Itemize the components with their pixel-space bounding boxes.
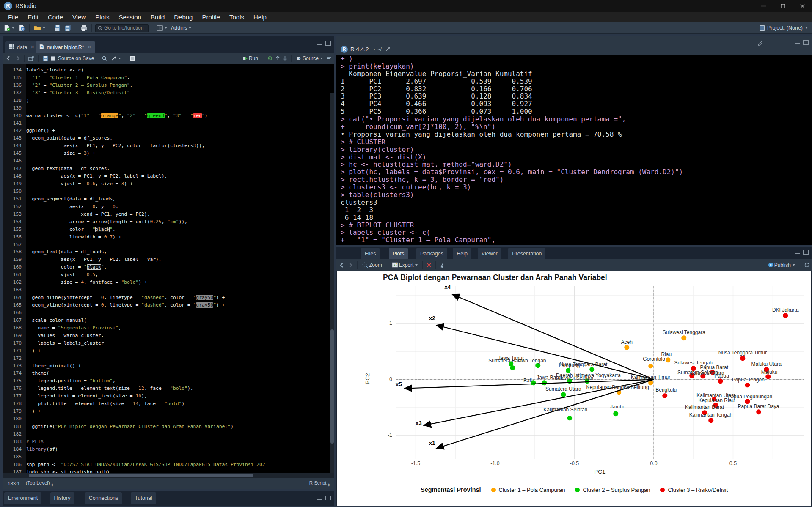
close-tab-icon[interactable]: ✕ — [30, 44, 34, 50]
previous-plot-icon[interactable] — [339, 263, 345, 268]
editor-horizontal-scrollbar[interactable] — [3, 473, 334, 478]
tab-viewer[interactable]: Viewer — [478, 248, 501, 259]
menu-item-session[interactable]: Session — [114, 12, 146, 22]
next-plot-icon[interactable] — [347, 263, 353, 268]
y-axis-title: PC2 — [364, 373, 371, 384]
refresh-plot-icon[interactable] — [804, 262, 809, 268]
working-directory[interactable]: · ~/ — [374, 46, 382, 52]
code-tools-button[interactable] — [110, 55, 122, 62]
editor-tab-mulvar-biplot-r-[interactable]: Rmulvar biplot.R*✕ — [36, 41, 95, 53]
go-to-file-search-input[interactable]: Go to file/function — [95, 24, 149, 32]
forward-icon[interactable] — [14, 56, 20, 61]
scope-selector[interactable]: (Top Level)▲▼ — [26, 480, 53, 487]
print-button[interactable] — [80, 25, 88, 32]
source-on-save-checkbox[interactable] — [51, 56, 55, 61]
minimize-pane-icon[interactable] — [317, 41, 322, 45]
project-selector[interactable]: Project: (None) — [759, 22, 808, 33]
maximize-pane-icon[interactable] — [803, 250, 809, 255]
tab-tutorial[interactable]: Tutorial — [131, 492, 156, 504]
menu-item-build[interactable]: Build — [146, 12, 169, 22]
tab-connections[interactable]: Connections — [85, 492, 122, 504]
code-line: 140warna_cluster <- c("1" = "orange", "2… — [3, 112, 265, 120]
source-button[interactable]: Source — [295, 55, 324, 62]
publish-button[interactable]: Publish — [767, 262, 796, 269]
console-line: > table(clusters3) — [341, 191, 812, 199]
tab-plots[interactable]: Plots — [389, 248, 408, 259]
document-outline-icon[interactable] — [326, 56, 332, 61]
search-icon[interactable] — [102, 56, 107, 61]
maximize-pane-icon[interactable] — [325, 496, 331, 500]
project-icon — [759, 25, 765, 31]
back-icon[interactable] — [6, 56, 12, 61]
plot-point-label: Sulawesi Tenggara — [663, 329, 705, 335]
menu-item-code[interactable]: Code — [43, 12, 68, 22]
menu-item-file[interactable]: File — [3, 12, 23, 22]
code-line-text: theme_minimal() + — [26, 362, 81, 370]
new-project-button[interactable]: R — [17, 24, 26, 32]
r-version-icon: R — [341, 46, 348, 53]
open-file-button[interactable] — [33, 25, 46, 32]
code-editor[interactable]: 133# BIPLOT CLUSTER134labels_cluster <- … — [3, 64, 334, 478]
code-line: 172 — [3, 355, 265, 362]
zoom-plot-button[interactable]: Zoom — [361, 262, 383, 269]
menu-item-view[interactable]: View — [68, 12, 91, 22]
new-file-button[interactable] — [3, 24, 15, 32]
minimize-window-button[interactable] — [754, 0, 773, 12]
file-type-selector[interactable]: R Script▲▼ — [309, 480, 330, 487]
console-line: > # BIPLOT CLUSTER — [341, 222, 812, 229]
menu-item-plots[interactable]: Plots — [91, 12, 114, 22]
plots-toolbar: Zoom Export Publish — [336, 259, 812, 271]
code-line-text: labels_cluster <- c( — [26, 66, 84, 74]
menu-item-edit[interactable]: Edit — [23, 12, 43, 22]
menu-item-debug[interactable]: Debug — [169, 12, 197, 22]
rerun-icon[interactable] — [267, 56, 273, 61]
chevron-down-icon — [805, 27, 808, 29]
down-arrow-icon[interactable] — [283, 56, 287, 61]
workspace-panes-button[interactable] — [156, 25, 168, 31]
run-button[interactable]: Run — [242, 55, 259, 62]
open-in-new-window-icon[interactable] — [28, 56, 34, 61]
console-output[interactable]: + )> print(kelayakan) Komponen Eigenvalu… — [336, 55, 812, 245]
maximize-window-button[interactable] — [773, 0, 793, 12]
code-line-text: # PETA — [26, 438, 44, 446]
tab-presentation[interactable]: Presentation — [508, 248, 545, 259]
code-line: 142ggplot() + — [3, 127, 265, 134]
line-number: 144 — [3, 142, 26, 150]
save-icon[interactable] — [42, 55, 48, 61]
minimize-pane-icon[interactable] — [795, 250, 800, 254]
code-line: 151 geom_segment(data = df_loads, — [3, 195, 265, 203]
minimize-pane-icon[interactable] — [795, 40, 800, 44]
menu-item-tools[interactable]: Tools — [225, 12, 249, 22]
up-arrow-icon[interactable] — [275, 56, 280, 61]
editor-tab-data[interactable]: data✕ — [5, 41, 39, 53]
addins-button[interactable]: Addins — [170, 25, 192, 31]
menu-item-help[interactable]: Help — [249, 12, 271, 22]
legend-entry: Cluster 2 – Surplus Pangan — [575, 487, 650, 493]
tab-history[interactable]: History — [50, 492, 74, 504]
code-line-text: ggplot() + — [26, 127, 55, 134]
minimize-pane-icon[interactable] — [317, 496, 322, 500]
compile-report-icon[interactable] — [130, 55, 135, 61]
tab-environment[interactable]: Environment — [4, 492, 41, 504]
tab-files[interactable]: Files — [361, 248, 380, 259]
editor-vertical-scrollbar[interactable] — [330, 93, 334, 473]
close-tab-icon[interactable]: ✕ — [88, 44, 91, 50]
maximize-pane-icon[interactable] — [803, 40, 809, 45]
close-window-button[interactable] — [793, 0, 812, 12]
save-all-button[interactable] — [63, 25, 72, 32]
maximize-pane-icon[interactable] — [325, 41, 331, 46]
plot-point-label: Bali — [523, 378, 532, 384]
menu-item-profile[interactable]: Profile — [197, 12, 225, 22]
line-number: 186 — [3, 461, 26, 469]
export-plot-button[interactable]: Export — [391, 262, 419, 269]
tab-packages[interactable]: Packages — [416, 248, 447, 259]
line-number: 174 — [3, 370, 26, 377]
remove-plot-icon[interactable] — [427, 263, 432, 268]
console-options-icon[interactable] — [757, 40, 763, 46]
code-line-text: aes(x = PC1, y = PC2, label = Label), — [26, 173, 167, 180]
clear-plots-broom-icon[interactable] — [440, 262, 446, 268]
view-directory-icon[interactable] — [385, 47, 391, 52]
tab-help[interactable]: Help — [453, 248, 471, 259]
save-button[interactable] — [53, 25, 61, 32]
run-icon — [242, 56, 248, 61]
